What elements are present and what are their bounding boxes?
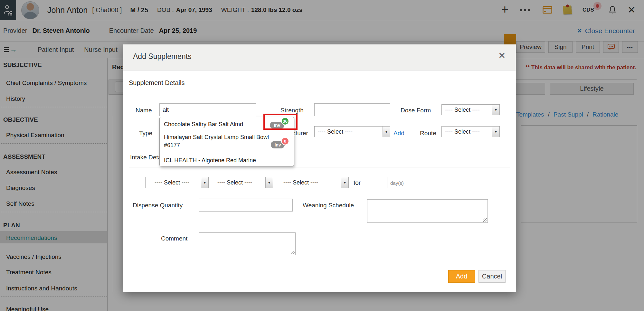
modal-divider: [129, 94, 510, 94]
intake-frequency-select[interactable]: ---- Select ----▼: [214, 177, 273, 188]
name-label: Name: [136, 107, 152, 114]
inventory-count-badge: 0: [281, 137, 289, 145]
modal-divider: [129, 167, 510, 167]
resize-grip-icon[interactable]: [291, 251, 295, 254]
chevron-down-icon: ▼: [492, 127, 499, 137]
dose-form-label: Dose Form: [401, 107, 431, 114]
for-label: for: [354, 179, 361, 186]
resize-grip-icon[interactable]: [483, 218, 487, 222]
dispense-quantity-label: Dispense Quantity: [133, 202, 183, 209]
intake-unit-select[interactable]: ---- Select ----▼: [151, 177, 209, 188]
add-supplements-modal: Add Supplements ✕ Supplement Details Nam…: [123, 44, 516, 292]
manufacturer-select[interactable]: ---- Select ----▼: [314, 126, 390, 137]
chevron-down-icon: ▼: [341, 177, 348, 188]
intake-quantity-input[interactable]: [130, 177, 146, 188]
chevron-down-icon: ▼: [383, 127, 390, 137]
route-label: Route: [420, 130, 436, 137]
type-label: Type: [139, 130, 152, 137]
days-label: day(s): [390, 180, 404, 186]
supplement-details-heading: Supplement Details: [129, 79, 185, 87]
dose-form-select[interactable]: ---- Select ----▼: [441, 104, 500, 115]
suggestion-item[interactable]: ICL HEALTH - Algotene Red Marine: [164, 156, 256, 164]
add-manufacturer-link[interactable]: Add: [393, 130, 404, 137]
intake-timing-select[interactable]: ---- Select ----▼: [280, 177, 349, 188]
annotation-highlight-box: [263, 114, 298, 130]
suggestion-item[interactable]: Himalayan Salt Crystal Lamp Small Bowl #…: [164, 133, 284, 149]
route-select[interactable]: ---- Select ----▼: [441, 126, 500, 137]
comment-label: Comment: [161, 235, 187, 242]
duration-input[interactable]: [372, 177, 387, 188]
modal-title: Add Supplements: [133, 52, 192, 61]
name-input[interactable]: [159, 103, 256, 116]
dispense-quantity-input[interactable]: [199, 199, 293, 212]
comment-textarea[interactable]: [199, 232, 296, 255]
modal-close-icon[interactable]: ✕: [498, 52, 506, 60]
suggestion-item[interactable]: Chocolate Saltry Bar Salt Almd: [164, 120, 243, 129]
strength-label: Strength: [280, 107, 304, 114]
cancel-button[interactable]: Cancel: [478, 270, 506, 283]
weaning-schedule-textarea[interactable]: [367, 199, 488, 223]
weaning-schedule-label: Weaning Schedule: [303, 202, 354, 209]
chevron-down-icon: ▼: [265, 177, 273, 188]
modal-header: Add Supplements ✕: [123, 44, 516, 71]
chevron-down-icon: ▼: [492, 105, 499, 115]
chevron-down-icon: ▼: [201, 177, 208, 188]
strength-input[interactable]: [314, 103, 390, 116]
add-button[interactable]: Add: [448, 270, 475, 283]
